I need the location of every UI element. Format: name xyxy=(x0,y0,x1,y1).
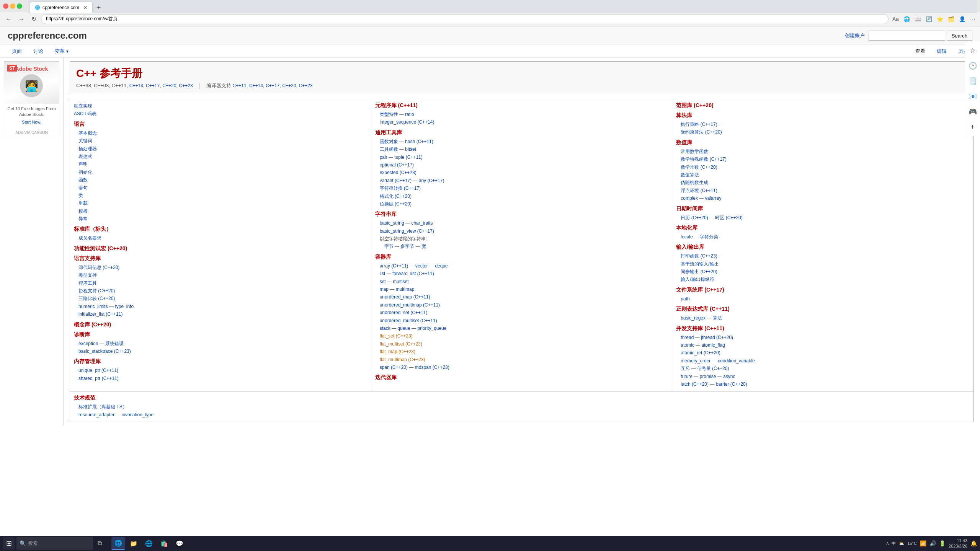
link-promise[interactable]: promise xyxy=(700,374,716,379)
link-common-math[interactable]: 常用数学函数 xyxy=(681,149,708,154)
compiler-23[interactable]: C++23 xyxy=(299,83,313,88)
link-initialization[interactable]: 初始化 xyxy=(78,170,92,175)
link-numeric-limits[interactable]: numeric_limits xyxy=(78,304,108,309)
link-optional[interactable]: optional (C++17) xyxy=(380,162,414,168)
search-input[interactable] xyxy=(869,31,945,41)
link-char-traits[interactable]: char_traits xyxy=(411,220,433,226)
tab-close-button[interactable]: ✕ xyxy=(83,5,88,11)
close-button[interactable] xyxy=(3,3,8,9)
tab-discussion[interactable]: 讨论 xyxy=(28,45,49,57)
link-resource-adapter[interactable]: resource_adapter xyxy=(78,412,114,417)
create-account-link[interactable]: 创建账户 xyxy=(845,32,865,39)
link-type-info[interactable]: type_info xyxy=(115,304,134,309)
link-valarray[interactable]: valarray xyxy=(705,196,722,201)
link-charconv[interactable]: 字符串转换 (C++17) xyxy=(380,186,421,191)
sidebar-favorites-icon[interactable]: ☆ xyxy=(967,44,979,57)
link-functions[interactable]: 函数 xyxy=(78,177,88,183)
link-string-view[interactable]: basic_string_view (C++17) xyxy=(380,228,434,234)
link-future[interactable]: future xyxy=(681,374,693,379)
sidebar-outlook-icon[interactable]: 📧 xyxy=(967,90,979,103)
link-shared-ptr[interactable]: shared_ptr (C++11) xyxy=(78,376,119,381)
link-exceptions[interactable]: 异常 xyxy=(78,216,88,222)
link-list[interactable]: list xyxy=(380,271,385,276)
link-tuple[interactable]: tuple (C++11) xyxy=(394,155,422,160)
refresh-button2[interactable]: 🔄 xyxy=(924,15,934,24)
link-regex-algos[interactable]: 算法 xyxy=(713,315,722,321)
link-member-names[interactable]: 成员名要求 xyxy=(78,235,101,241)
tab-page[interactable]: 页面 xyxy=(6,45,28,57)
link-execution-policy[interactable]: 执行策略 (C++17) xyxy=(681,122,717,127)
link-atomic-flag[interactable]: atomic_flag xyxy=(701,342,725,348)
link-unique-ptr[interactable]: unique_ptr (C++11) xyxy=(78,368,118,373)
link-coroutine[interactable]: 协程支持 (C++20) xyxy=(78,288,115,293)
link-wide-strings[interactable]: 宽 xyxy=(421,244,426,249)
favorites-button[interactable]: ⭐ xyxy=(935,15,945,24)
address-bar[interactable] xyxy=(41,14,889,24)
link-span[interactable]: span (C++20) xyxy=(380,365,408,370)
link-fenv[interactable]: 浮点环境 (C++11) xyxy=(681,188,717,193)
ad-cta-link[interactable]: Start Now. xyxy=(7,118,57,127)
link-constrained-algos[interactable]: 受约束算法 (C++20) xyxy=(681,129,722,135)
cpp-version-20[interactable]: C++20 xyxy=(162,83,176,88)
link-flat-map[interactable]: flat_map (C++23) xyxy=(380,349,415,354)
immersive-reader-button[interactable]: 📖 xyxy=(913,15,923,24)
refresh-button[interactable]: ↻ xyxy=(29,14,39,24)
link-atomic-ref[interactable]: atomic_ref (C++20) xyxy=(681,350,720,355)
link-atomic[interactable]: atomic xyxy=(681,342,694,348)
link-pair[interactable]: pair xyxy=(380,155,387,160)
link-print[interactable]: 打印函数 (C++23) xyxy=(681,253,717,259)
link-bit-manip[interactable]: 位操纵 (C++20) xyxy=(380,201,412,207)
link-expected[interactable]: expected (C++23) xyxy=(380,170,416,175)
link-std-extensions[interactable]: 标准扩展（库基础 TS） xyxy=(78,404,127,409)
translate-button[interactable]: 🌐 xyxy=(902,15,911,24)
link-unordered-multimap[interactable]: unordered_multimap (C++11) xyxy=(380,302,440,308)
link-program-utilities[interactable]: 程序工具 xyxy=(78,280,97,286)
link-jthread[interactable]: jthread (C++20) xyxy=(701,335,733,340)
link-memory-order[interactable]: memory_order xyxy=(681,358,710,364)
sidebar-plus-icon[interactable]: + xyxy=(967,121,979,133)
tab-changes[interactable]: 变革 ▼ xyxy=(49,45,75,57)
more-button[interactable]: ⋯ xyxy=(969,15,977,24)
link-array[interactable]: array (C++11) xyxy=(380,263,408,269)
link-basic-string[interactable]: basic_string xyxy=(380,220,404,226)
link-latch[interactable]: latch (C++20) xyxy=(681,381,709,387)
link-mutex[interactable]: 互斥 xyxy=(681,366,690,371)
link-priority-queue[interactable]: priority_queue xyxy=(417,326,446,331)
link-forward-list[interactable]: forward_list (C++11) xyxy=(392,271,434,276)
link-thread[interactable]: thread xyxy=(681,335,694,340)
compiler-11[interactable]: C++11 xyxy=(233,83,247,88)
read-mode-button[interactable]: Aa xyxy=(891,15,900,24)
link-mdspan[interactable]: mdspan (C++23) xyxy=(415,365,449,370)
link-system-error[interactable]: 系统错误 xyxy=(105,341,124,346)
link-byte-strings[interactable]: 字节 xyxy=(384,244,394,249)
link-expressions[interactable]: 表达式 xyxy=(78,154,92,159)
link-standalone[interactable]: 独立实现 xyxy=(74,103,92,109)
sidebar-collections-icon[interactable]: 🗒️ xyxy=(967,75,979,87)
link-function-objects[interactable]: 函数对象 xyxy=(380,139,398,144)
link-special-math[interactable]: 数学特殊函数 (C++17) xyxy=(681,156,726,162)
link-prng[interactable]: 伪随机数生成 xyxy=(681,180,708,185)
link-utility-functions[interactable]: 工具函数 xyxy=(380,147,398,152)
link-vector[interactable]: vector xyxy=(415,263,428,269)
forward-button[interactable]: → xyxy=(16,14,27,24)
search-button[interactable]: Search xyxy=(947,31,972,41)
link-initializer-list[interactable]: initializer_list (C++11) xyxy=(78,311,122,317)
link-stack[interactable]: stack xyxy=(380,326,390,331)
link-stacktrace[interactable]: basic_stacktrace (C++23) xyxy=(78,349,131,354)
link-io-manip[interactable]: 输入/输出操纵符 xyxy=(681,277,714,282)
minimize-button[interactable] xyxy=(10,3,15,9)
link-ratio[interactable]: ratio xyxy=(405,112,414,117)
link-flat-multimap[interactable]: flat_multimap (C++23) xyxy=(380,357,425,362)
link-queue[interactable]: queue xyxy=(397,326,410,331)
link-source-info[interactable]: 源代码信息 (C++20) xyxy=(78,265,119,270)
dropdown-arrow-icon[interactable]: ▼ xyxy=(65,49,69,54)
link-multiset[interactable]: multiset xyxy=(393,279,408,284)
link-timezone[interactable]: 时区 (C++20) xyxy=(715,215,742,220)
compiler-14[interactable]: C++14 xyxy=(249,83,263,88)
link-flat-set[interactable]: flat_set (C++23) xyxy=(380,333,413,339)
link-any[interactable]: any (C++17) xyxy=(419,178,444,183)
compiler-20[interactable]: C++20 xyxy=(282,83,296,88)
link-complex[interactable]: complex xyxy=(681,196,698,201)
cpp-version-14[interactable]: C++14 xyxy=(129,83,143,88)
link-hash[interactable]: hash (C++11) xyxy=(405,139,433,144)
